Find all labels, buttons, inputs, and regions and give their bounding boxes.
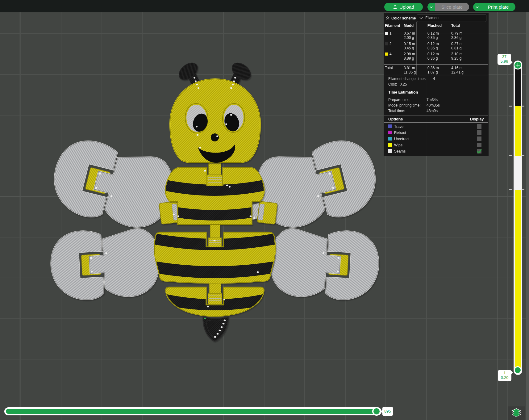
option-travel: Travel — [394, 124, 404, 129]
filament-4-id: 4 — [389, 52, 392, 56]
layer-slider-yellow-segment — [515, 106, 521, 156]
layer-slider-black-segment — [515, 63, 521, 106]
bambu-studio-preview: Upload Slice plate Print plate — [0, 0, 529, 420]
wipe-color — [388, 143, 392, 147]
col-flushed: Flushed — [427, 23, 442, 28]
wipe-checkbox[interactable] — [477, 143, 481, 147]
total-time-label: Total time: — [388, 109, 405, 113]
layer-slider-top-handle[interactable] — [514, 61, 522, 69]
cell: 0.12 m — [427, 52, 439, 56]
filament-4-color — [385, 52, 388, 56]
cell: 0.45 g — [404, 46, 414, 50]
layers-button[interactable] — [508, 406, 525, 420]
cell: 1.07 g — [427, 70, 438, 74]
upload-icon — [393, 5, 397, 9]
layer-slider-yellow-segment2 — [515, 190, 521, 372]
cell: 2.00 g — [404, 36, 414, 40]
cell: 0.12 m — [427, 31, 439, 36]
upload-label: Upload — [399, 4, 414, 10]
cell: 0.15 m — [404, 42, 415, 46]
time-estimation-title: Time Estimation — [388, 90, 418, 94]
collapse-icon[interactable] — [385, 16, 390, 20]
layer-top-tooltip: 37 5.96 — [498, 54, 511, 65]
option-seams: Seams — [394, 149, 406, 153]
color-scheme-dropdown[interactable]: Filament — [417, 14, 486, 22]
bottom-layer-height: 0.20 — [498, 376, 511, 380]
prepare-time-value: 7m34s — [427, 98, 438, 102]
top-toolbar: Upload Slice plate Print plate — [0, 0, 529, 12]
col-model: Model — [404, 23, 414, 28]
option-unretract: Unretract — [394, 137, 409, 141]
options-title: Options — [388, 117, 403, 121]
total-time-value: 48m9s — [427, 109, 438, 113]
bottom-layer-number: 1 — [498, 371, 511, 376]
cost-label: Cost: — [388, 82, 397, 86]
option-wipe: Wipe — [394, 143, 402, 147]
filament-1-id: 1 — [389, 31, 392, 36]
cell: 3.81 m — [404, 66, 415, 70]
display-title: Display — [470, 117, 484, 121]
print-plate-label: Print plate — [488, 4, 509, 10]
print-plate-button[interactable]: Print plate — [481, 3, 515, 11]
chevron-down-icon — [430, 6, 433, 8]
total-row-label: Total — [385, 66, 393, 70]
slice-plate-label: Slice plate — [441, 4, 463, 10]
chevron-down-icon — [419, 17, 423, 19]
3d-viewport[interactable]: Color scheme Filament Filament Model Flu… — [0, 12, 529, 420]
model-time-value: 40m35s — [427, 103, 440, 107]
seams-color — [388, 149, 392, 153]
cell: 11.35 g — [404, 70, 416, 74]
cost-value: 0.25 — [400, 82, 407, 86]
cell: 0.81 g — [451, 46, 461, 50]
filament-2-id: 2 — [389, 42, 392, 46]
col-filament: Filament — [385, 23, 400, 28]
move-slider-value: 895 — [382, 407, 393, 416]
cell: 0.67 m — [404, 31, 415, 36]
model-time-label: Model printing time: — [388, 103, 421, 107]
unretract-checkbox[interactable] — [477, 136, 481, 141]
slice-dropdown-button[interactable] — [427, 3, 435, 11]
move-slider-track[interactable] — [4, 407, 381, 415]
top-layer-height: 5.96 — [498, 59, 511, 64]
prepare-time-label: Prepare time: — [388, 98, 410, 102]
move-slider-handle[interactable] — [372, 407, 381, 416]
cell: 0.35 g — [427, 46, 438, 50]
travel-checkbox[interactable] — [477, 124, 481, 129]
cell: 0.27 m — [451, 42, 463, 46]
cell: 2.98 m — [404, 52, 415, 56]
travel-color — [388, 124, 392, 128]
chevron-down-icon — [476, 6, 479, 8]
cell: 0.36 m — [427, 66, 439, 70]
filament-change-value: 4 — [433, 77, 435, 81]
cell: 0.36 g — [427, 56, 438, 61]
cell: 4.16 m — [451, 66, 463, 70]
dropdown-value: Filament — [425, 16, 439, 20]
cell: 9.25 g — [451, 56, 461, 61]
layer-bottom-tooltip: 1 0.20 — [498, 370, 511, 381]
cell: 2.36 g — [451, 36, 461, 40]
slice-plate-button[interactable]: Slice plate — [435, 3, 469, 11]
move-slider-fill — [6, 409, 378, 414]
color-scheme-panel: Color scheme Filament Filament Model Flu… — [384, 13, 489, 156]
cell: 12.41 g — [451, 70, 464, 74]
filament-2-color — [385, 42, 388, 45]
col-total: Total — [451, 23, 460, 28]
cell: 0.79 m — [451, 31, 463, 36]
cell: 8.89 g — [404, 56, 414, 61]
print-dropdown-button[interactable] — [473, 3, 481, 11]
cell: 0.35 g — [427, 36, 438, 40]
option-retract: Retract — [394, 131, 406, 135]
check-icon — [476, 149, 482, 154]
seams-checkbox[interactable] — [477, 149, 481, 153]
top-layer-number: 37 — [498, 55, 511, 59]
cell: 3.10 m — [451, 52, 463, 56]
filament-1-color — [385, 32, 388, 35]
upload-button[interactable]: Upload — [384, 3, 423, 11]
filament-change-label: Filament change times: — [388, 77, 427, 81]
cell: 0.12 m — [427, 42, 439, 46]
layer-slider-bottom-handle[interactable] — [514, 366, 522, 374]
unretract-color — [388, 137, 392, 141]
panel-title: Color scheme — [391, 16, 416, 20]
layers-icon — [510, 408, 523, 418]
retract-checkbox[interactable] — [477, 130, 481, 135]
